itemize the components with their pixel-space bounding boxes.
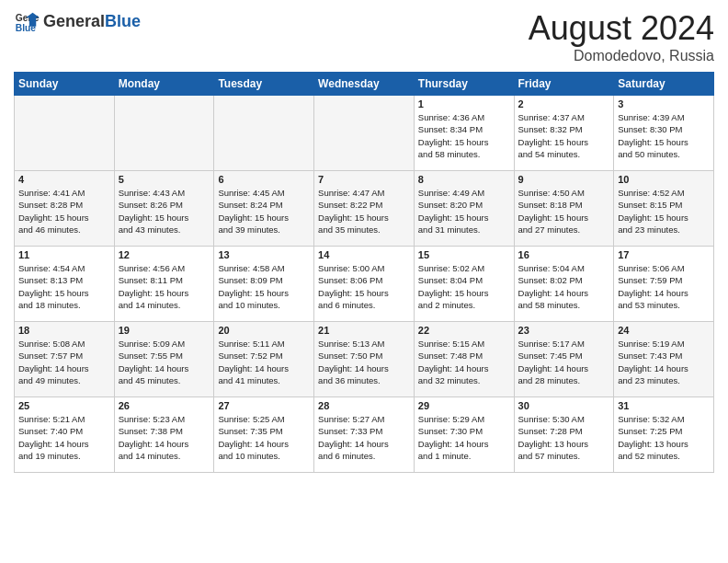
day-number: 29 bbox=[418, 400, 510, 411]
calendar-day-cell bbox=[114, 96, 214, 171]
weekday-header-friday: Friday bbox=[514, 73, 614, 96]
day-info: Sunrise: 5:04 AM Sunset: 8:02 PM Dayligh… bbox=[518, 262, 610, 311]
weekday-header-row: SundayMondayTuesdayWednesdayThursdayFrid… bbox=[15, 73, 714, 96]
day-number: 16 bbox=[518, 249, 610, 260]
calendar-day-cell: 29Sunrise: 5:29 AM Sunset: 7:30 PM Dayli… bbox=[414, 397, 514, 473]
day-info: Sunrise: 5:08 AM Sunset: 7:57 PM Dayligh… bbox=[18, 338, 110, 386]
day-number: 5 bbox=[119, 174, 210, 185]
day-info: Sunrise: 4:47 AM Sunset: 8:22 PM Dayligh… bbox=[318, 187, 410, 236]
day-number: 13 bbox=[218, 249, 310, 260]
calendar-week-row: 25Sunrise: 5:21 AM Sunset: 7:40 PM Dayli… bbox=[15, 397, 714, 473]
day-info: Sunrise: 4:58 AM Sunset: 8:09 PM Dayligh… bbox=[218, 262, 310, 311]
location-subtitle: Domodedovo, Russia bbox=[529, 48, 714, 64]
calendar-day-cell: 31Sunrise: 5:32 AM Sunset: 7:25 PM Dayli… bbox=[614, 397, 714, 473]
calendar-day-cell: 13Sunrise: 4:58 AM Sunset: 8:09 PM Dayli… bbox=[214, 247, 314, 322]
day-number: 25 bbox=[18, 400, 110, 411]
calendar-day-cell: 16Sunrise: 5:04 AM Sunset: 8:02 PM Dayli… bbox=[514, 247, 614, 322]
logo: General Blue GeneralBlue bbox=[14, 9, 141, 35]
day-number: 8 bbox=[418, 174, 510, 185]
calendar-day-cell: 20Sunrise: 5:11 AM Sunset: 7:52 PM Dayli… bbox=[214, 322, 314, 397]
day-info: Sunrise: 5:23 AM Sunset: 7:38 PM Dayligh… bbox=[119, 413, 210, 462]
calendar-day-cell: 30Sunrise: 5:30 AM Sunset: 7:28 PM Dayli… bbox=[514, 397, 614, 473]
calendar-day-cell: 7Sunrise: 4:47 AM Sunset: 8:22 PM Daylig… bbox=[314, 171, 415, 247]
day-info: Sunrise: 5:06 AM Sunset: 7:59 PM Dayligh… bbox=[618, 262, 710, 311]
day-number: 3 bbox=[618, 98, 710, 109]
day-number: 31 bbox=[618, 400, 710, 411]
day-info: Sunrise: 5:13 AM Sunset: 7:50 PM Dayligh… bbox=[318, 338, 410, 386]
calendar-day-cell: 25Sunrise: 5:21 AM Sunset: 7:40 PM Dayli… bbox=[15, 397, 115, 473]
calendar-day-cell: 22Sunrise: 5:15 AM Sunset: 7:48 PM Dayli… bbox=[414, 322, 514, 397]
weekday-header-thursday: Thursday bbox=[414, 73, 514, 96]
day-number: 17 bbox=[618, 249, 710, 260]
day-number: 4 bbox=[18, 174, 110, 185]
day-info: Sunrise: 4:54 AM Sunset: 8:13 PM Dayligh… bbox=[18, 262, 110, 311]
day-number: 1 bbox=[418, 98, 510, 109]
logo-general-text: General bbox=[43, 12, 105, 30]
weekday-header-monday: Monday bbox=[114, 73, 214, 96]
day-number: 11 bbox=[18, 249, 110, 260]
weekday-header-saturday: Saturday bbox=[614, 73, 714, 96]
day-number: 21 bbox=[318, 325, 410, 336]
day-info: Sunrise: 5:09 AM Sunset: 7:55 PM Dayligh… bbox=[119, 338, 210, 386]
day-info: Sunrise: 4:43 AM Sunset: 8:26 PM Dayligh… bbox=[119, 187, 210, 236]
calendar-day-cell: 27Sunrise: 5:25 AM Sunset: 7:35 PM Dayli… bbox=[214, 397, 314, 473]
calendar-day-cell: 14Sunrise: 5:00 AM Sunset: 8:06 PM Dayli… bbox=[314, 247, 415, 322]
day-info: Sunrise: 4:39 AM Sunset: 8:30 PM Dayligh… bbox=[618, 111, 710, 160]
day-number: 19 bbox=[119, 325, 210, 336]
day-info: Sunrise: 4:56 AM Sunset: 8:11 PM Dayligh… bbox=[119, 262, 210, 311]
day-number: 15 bbox=[418, 249, 510, 260]
day-info: Sunrise: 4:37 AM Sunset: 8:32 PM Dayligh… bbox=[518, 111, 610, 160]
day-info: Sunrise: 5:27 AM Sunset: 7:33 PM Dayligh… bbox=[318, 413, 410, 462]
day-info: Sunrise: 5:29 AM Sunset: 7:30 PM Dayligh… bbox=[418, 413, 510, 462]
calendar-day-cell: 4Sunrise: 4:41 AM Sunset: 8:28 PM Daylig… bbox=[15, 171, 115, 247]
calendar-week-row: 1Sunrise: 4:36 AM Sunset: 8:34 PM Daylig… bbox=[15, 96, 714, 171]
calendar-day-cell: 10Sunrise: 4:52 AM Sunset: 8:15 PM Dayli… bbox=[614, 171, 714, 247]
day-info: Sunrise: 4:52 AM Sunset: 8:15 PM Dayligh… bbox=[618, 187, 710, 236]
day-info: Sunrise: 5:17 AM Sunset: 7:45 PM Dayligh… bbox=[518, 338, 610, 386]
calendar-day-cell: 8Sunrise: 4:49 AM Sunset: 8:20 PM Daylig… bbox=[414, 171, 514, 247]
calendar-day-cell: 23Sunrise: 5:17 AM Sunset: 7:45 PM Dayli… bbox=[514, 322, 614, 397]
calendar-week-row: 18Sunrise: 5:08 AM Sunset: 7:57 PM Dayli… bbox=[15, 322, 714, 397]
day-info: Sunrise: 4:50 AM Sunset: 8:18 PM Dayligh… bbox=[518, 187, 610, 236]
logo-icon: General Blue bbox=[14, 9, 40, 35]
weekday-header-sunday: Sunday bbox=[15, 73, 115, 96]
day-info: Sunrise: 5:19 AM Sunset: 7:43 PM Dayligh… bbox=[618, 338, 710, 386]
day-info: Sunrise: 5:32 AM Sunset: 7:25 PM Dayligh… bbox=[618, 413, 710, 462]
day-info: Sunrise: 4:41 AM Sunset: 8:28 PM Dayligh… bbox=[18, 187, 110, 236]
day-info: Sunrise: 5:21 AM Sunset: 7:40 PM Dayligh… bbox=[18, 413, 110, 462]
day-info: Sunrise: 5:30 AM Sunset: 7:28 PM Dayligh… bbox=[518, 413, 610, 462]
day-number: 14 bbox=[318, 249, 410, 260]
day-info: Sunrise: 4:49 AM Sunset: 8:20 PM Dayligh… bbox=[418, 187, 510, 236]
day-info: Sunrise: 4:45 AM Sunset: 8:24 PM Dayligh… bbox=[218, 187, 310, 236]
day-number: 27 bbox=[218, 400, 310, 411]
day-info: Sunrise: 4:36 AM Sunset: 8:34 PM Dayligh… bbox=[418, 111, 510, 160]
day-number: 30 bbox=[518, 400, 610, 411]
calendar-day-cell: 26Sunrise: 5:23 AM Sunset: 7:38 PM Dayli… bbox=[114, 397, 214, 473]
day-number: 20 bbox=[218, 325, 310, 336]
calendar-day-cell: 17Sunrise: 5:06 AM Sunset: 7:59 PM Dayli… bbox=[614, 247, 714, 322]
day-info: Sunrise: 5:11 AM Sunset: 7:52 PM Dayligh… bbox=[218, 338, 310, 386]
day-number: 9 bbox=[518, 174, 610, 185]
day-info: Sunrise: 5:00 AM Sunset: 8:06 PM Dayligh… bbox=[318, 262, 410, 311]
day-number: 10 bbox=[618, 174, 710, 185]
calendar-day-cell: 2Sunrise: 4:37 AM Sunset: 8:32 PM Daylig… bbox=[514, 96, 614, 171]
title-block: August 2024 Domodedovo, Russia bbox=[529, 9, 714, 64]
calendar-day-cell bbox=[314, 96, 415, 171]
day-number: 6 bbox=[218, 174, 310, 185]
day-number: 23 bbox=[518, 325, 610, 336]
calendar-day-cell: 28Sunrise: 5:27 AM Sunset: 7:33 PM Dayli… bbox=[314, 397, 415, 473]
day-number: 28 bbox=[318, 400, 410, 411]
calendar-day-cell bbox=[15, 96, 115, 171]
calendar-day-cell: 24Sunrise: 5:19 AM Sunset: 7:43 PM Dayli… bbox=[614, 322, 714, 397]
calendar-day-cell: 9Sunrise: 4:50 AM Sunset: 8:18 PM Daylig… bbox=[514, 171, 614, 247]
weekday-header-wednesday: Wednesday bbox=[314, 73, 415, 96]
month-year-title: August 2024 bbox=[529, 9, 714, 48]
day-info: Sunrise: 5:25 AM Sunset: 7:35 PM Dayligh… bbox=[218, 413, 310, 462]
calendar-day-cell: 19Sunrise: 5:09 AM Sunset: 7:55 PM Dayli… bbox=[114, 322, 214, 397]
day-number: 7 bbox=[318, 174, 410, 185]
calendar-week-row: 4Sunrise: 4:41 AM Sunset: 8:28 PM Daylig… bbox=[15, 171, 714, 247]
logo-blue-text: Blue bbox=[105, 12, 141, 30]
page-header: General Blue GeneralBlue August 2024 Dom… bbox=[14, 9, 714, 64]
calendar-week-row: 11Sunrise: 4:54 AM Sunset: 8:13 PM Dayli… bbox=[15, 247, 714, 322]
calendar-day-cell: 1Sunrise: 4:36 AM Sunset: 8:34 PM Daylig… bbox=[414, 96, 514, 171]
